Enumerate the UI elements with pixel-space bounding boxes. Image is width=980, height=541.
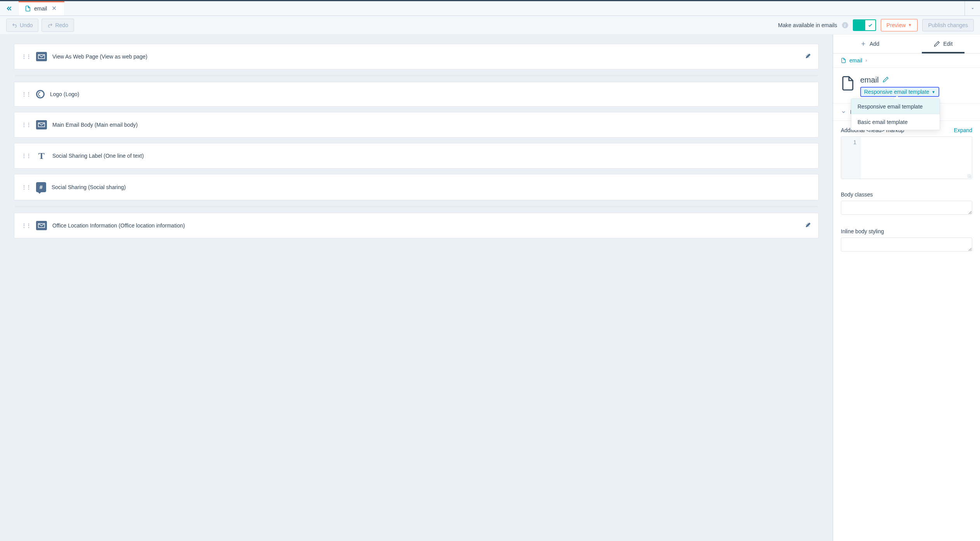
module-label: Social Sharing (Social sharing) [52,184,811,190]
edit-title-button[interactable] [883,76,889,84]
module-social-sharing-label[interactable]: ⋮⋮ T Social Sharing Label (One line of t… [14,143,819,169]
option-label: Basic email template [858,119,908,125]
field-inline-body: Inline body styling [833,222,980,259]
check-icon [868,22,873,28]
drag-handle-icon[interactable]: ⋮⋮ [21,122,31,128]
redo-button[interactable]: Redo [41,19,74,32]
toggle-track [853,19,864,31]
resize-grip[interactable] [967,174,971,178]
separator [15,206,818,207]
drag-handle-icon[interactable]: ⋮⋮ [21,153,31,159]
body-classes-input[interactable] [841,201,972,215]
publish-button[interactable]: Publish changes [922,19,974,31]
module-main-email-body[interactable]: ⋮⋮ Main Email Body (Main email body) [14,112,819,138]
dropdown-option-basic[interactable]: Basic email template [851,114,940,130]
toggle-thumb [864,19,876,31]
collapse-panel-button[interactable] [0,1,19,16]
inline-body-input[interactable] [841,238,972,252]
tab-add-label: Add [870,41,879,47]
line-number: 1 [845,139,856,145]
field-label: Inline body styling [841,228,972,234]
preview-button[interactable]: Preview ▼ [881,19,918,31]
module-logo[interactable]: ⋮⋮ Logo (Logo) [14,82,819,107]
module-label: Main Email Body (Main email body) [52,122,811,128]
pencil-icon [934,41,940,47]
chevron-right-icon: › [865,58,867,63]
envelope-icon [36,120,47,129]
redo-icon [47,22,53,28]
field-body-classes: Body classes [833,185,980,222]
module-view-as-web-page[interactable]: ⋮⋮ View As Web Page (View as web page) [14,44,819,69]
preview-label: Preview [887,22,906,28]
drag-handle-icon[interactable]: ⋮⋮ [21,91,31,97]
module-design-icon[interactable] [804,53,811,61]
logo-icon [36,90,45,98]
field-head-markup: Additional <head> markup Expand 1 [833,121,980,185]
publish-label: Publish changes [928,22,968,28]
available-toggle[interactable] [853,19,876,31]
document-large-icon [841,76,855,91]
module-design-icon[interactable] [804,222,811,230]
info-icon[interactable]: i [842,22,848,28]
close-tab-icon[interactable]: ✕ [50,5,58,12]
head-markup-editor[interactable]: 1 [841,136,972,179]
module-office-location[interactable]: ⋮⋮ Office Location Information (Office l… [14,213,819,238]
document-icon [25,5,31,12]
separator [15,75,818,76]
envelope-icon [36,221,47,230]
breadcrumb-label: email [849,57,862,64]
breadcrumb[interactable]: email › [833,53,980,68]
dropdown-option-responsive[interactable]: Responsive email template [851,99,940,114]
undo-label: Undo [20,22,33,28]
envelope-icon [36,52,47,61]
plus-icon [860,41,866,47]
template-type-label: Responsive email template [864,89,929,95]
tab-active-indicator [19,1,64,2]
drag-handle-icon[interactable]: ⋮⋮ [21,184,31,190]
tab-bar: email ✕ [0,1,980,16]
option-label: Responsive email template [858,103,923,110]
tabbar-menu-button[interactable] [964,1,980,16]
chevron-down-icon [841,109,846,115]
tab-edit[interactable]: Edit [907,34,980,53]
tab-email[interactable]: email ✕ [19,1,65,16]
tab-label: email [34,5,47,12]
text-icon: T [36,151,47,160]
hash-icon: # [36,182,46,192]
module-label: Office Location Information (Office loca… [52,222,799,229]
tab-edit-label: Edit [943,41,952,47]
module-social-sharing[interactable]: ⋮⋮ # Social Sharing (Social sharing) [14,174,819,200]
undo-icon [12,22,17,28]
document-icon [841,58,846,63]
template-dropdown-menu: Responsive email template Basic email te… [851,98,940,130]
undo-button[interactable]: Undo [6,19,38,32]
code-area[interactable] [861,137,972,179]
module-label: View As Web Page (View as web page) [52,53,799,60]
code-gutter: 1 [841,137,861,179]
available-in-emails-label: Make available in emails [778,22,837,28]
sidebar: Add Edit email › email [833,34,980,541]
drag-handle-icon[interactable]: ⋮⋮ [21,53,31,60]
template-title: email [860,76,879,84]
redo-label: Redo [55,22,68,28]
pencil-icon [883,76,889,83]
module-label: Social Sharing Label (One line of text) [52,153,811,159]
workspace: ⋮⋮ View As Web Page (View as web page) ⋮… [0,34,980,541]
tab-add[interactable]: Add [833,34,907,53]
drag-handle-icon[interactable]: ⋮⋮ [21,222,31,229]
toolbar: Undo Redo Make available in emails i Pre… [0,16,980,34]
caret-down-icon: ▼ [932,90,935,94]
field-label: Body classes [841,191,972,198]
sidebar-header: email Responsive email template ▼ Respon… [833,68,980,103]
caret-down-icon: ▼ [908,23,912,27]
module-label: Logo (Logo) [50,91,811,97]
sidebar-tabs: Add Edit [833,34,980,53]
canvas: ⋮⋮ View As Web Page (View as web page) ⋮… [0,34,833,541]
expand-link[interactable]: Expand [954,127,972,133]
